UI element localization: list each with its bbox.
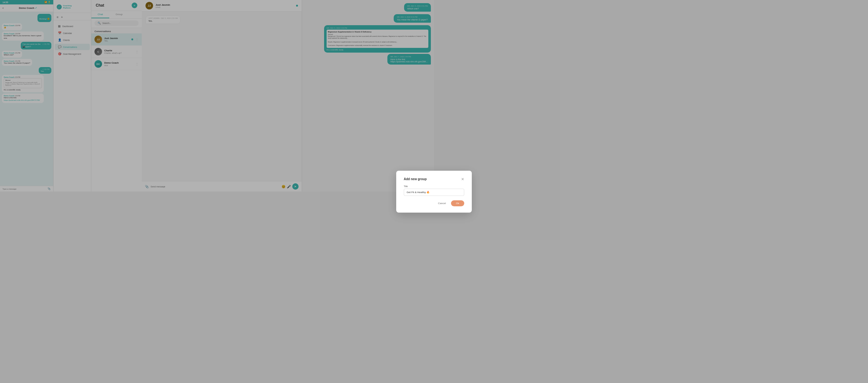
modal-label: Title <box>404 185 434 187</box>
modal-title-input[interactable] <box>404 189 434 192</box>
modal-header: Add new group ✕ <box>404 177 434 182</box>
modal-overlay: Add new group ✕ Title Cancel Ok <box>0 0 434 191</box>
modal-title: Add new group <box>404 177 427 181</box>
add-group-modal: Add new group ✕ Title Cancel Ok <box>396 171 434 192</box>
